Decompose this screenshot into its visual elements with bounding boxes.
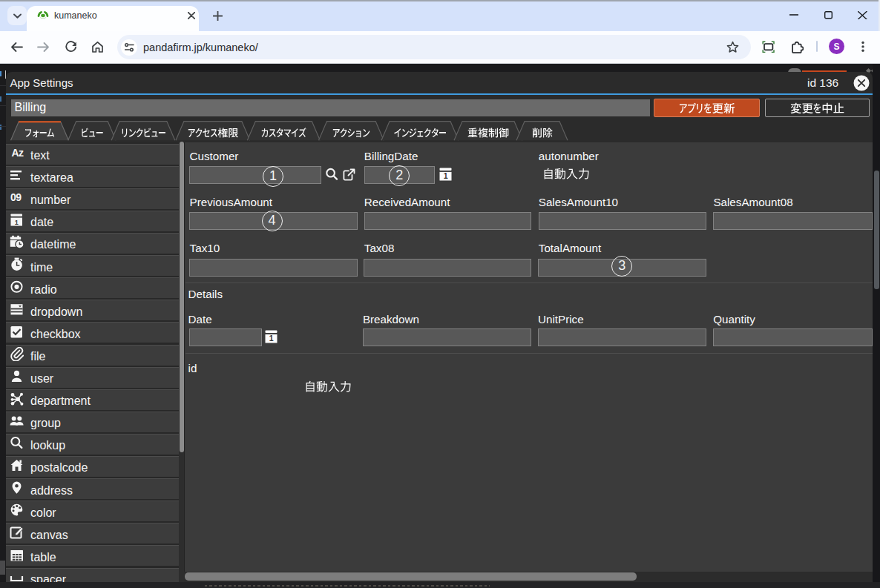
svg-text:1: 1	[15, 219, 19, 226]
svg-text:1: 1	[443, 171, 447, 180]
svg-text:1: 1	[269, 334, 274, 343]
